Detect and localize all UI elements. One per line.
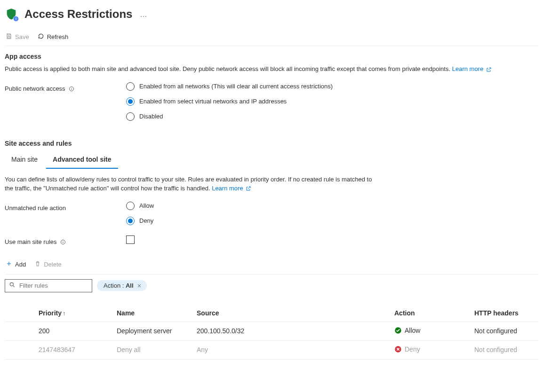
- svg-point-4: [10, 282, 13, 286]
- sort-asc-icon: ↑: [63, 310, 65, 317]
- save-icon: [6, 33, 12, 41]
- refresh-icon: [38, 33, 44, 41]
- app-access-desc: Public access is applied to both main si…: [5, 65, 538, 74]
- page-title: Access Restrictions: [24, 8, 132, 21]
- col-source[interactable]: Source: [193, 305, 391, 322]
- plus-icon: [6, 260, 12, 268]
- use-main-site-rules-label: Use main site rules: [5, 235, 126, 245]
- search-icon: [9, 282, 16, 290]
- col-gutter: [5, 305, 35, 322]
- public-network-access-label: Public network access: [5, 82, 126, 92]
- action-filter-pill[interactable]: Action : All: [97, 280, 147, 291]
- cell-action: Allow: [391, 321, 471, 340]
- use-main-site-rules-row: Use main site rules: [5, 235, 538, 245]
- learn-more-link[interactable]: Learn more: [212, 185, 251, 192]
- radio-unmatched-deny[interactable]: Deny: [126, 217, 154, 225]
- cell-priority: 2147483647: [35, 340, 113, 359]
- page-header: Access Restrictions …: [5, 5, 538, 28]
- info-icon[interactable]: [60, 239, 66, 245]
- learn-more-link[interactable]: Learn more: [452, 65, 492, 72]
- table-header-row: Priority↑ Name Source Action HTTP header…: [5, 305, 538, 322]
- table-row[interactable]: 2147483647 Deny all Any Deny Not configu…: [5, 340, 538, 359]
- radio-icon: [126, 97, 135, 106]
- col-name[interactable]: Name: [113, 305, 193, 322]
- cell-priority: 200: [35, 321, 113, 340]
- tab-main-site[interactable]: Main site: [5, 152, 44, 169]
- external-link-icon: [486, 67, 492, 72]
- site-access-desc: You can define lists of allow/deny rules…: [5, 175, 381, 193]
- shield-icon: [5, 8, 18, 21]
- radio-disabled[interactable]: Disabled: [126, 112, 333, 121]
- radio-unmatched-allow[interactable]: Allow: [126, 202, 154, 210]
- delete-label: Delete: [44, 261, 62, 268]
- radio-icon: [126, 112, 135, 121]
- radio-enabled-select-networks[interactable]: Enabled from select virtual networks and…: [126, 97, 333, 106]
- app-access-title: App access: [5, 53, 538, 60]
- unmatched-rule-row: Unmatched rule action Allow Deny: [5, 202, 538, 225]
- add-label: Add: [15, 261, 26, 268]
- trash-icon: [34, 260, 41, 268]
- use-main-site-rules-checkbox[interactable]: [126, 235, 135, 245]
- cell-name: Deployment server: [113, 321, 193, 340]
- col-action[interactable]: Action: [391, 305, 471, 322]
- radio-enabled-all-networks[interactable]: Enabled from all networks (This will cle…: [126, 82, 333, 91]
- filter-row: Action : All: [5, 274, 538, 295]
- radio-icon: [126, 202, 135, 210]
- refresh-button[interactable]: Refresh: [37, 31, 70, 43]
- tab-advanced-tool-site[interactable]: Advanced tool site: [46, 152, 118, 169]
- cell-action: Deny: [391, 340, 471, 359]
- deny-status-icon: [394, 345, 402, 353]
- refresh-label: Refresh: [47, 33, 69, 40]
- col-http[interactable]: HTTP headers: [471, 305, 538, 322]
- allow-status-icon: [394, 327, 402, 334]
- site-access-title: Site access and rules: [5, 140, 538, 147]
- app-access-section: App access Public access is applied to b…: [5, 53, 538, 121]
- radio-icon: [126, 82, 135, 91]
- delete-rule-button[interactable]: Delete: [33, 259, 63, 270]
- cell-source: 200.100.50.0/32: [193, 321, 391, 340]
- cell-name: Deny all: [113, 340, 193, 359]
- add-rule-button[interactable]: Add: [5, 259, 27, 270]
- checkbox-icon: [126, 235, 135, 244]
- col-priority[interactable]: Priority↑: [35, 305, 113, 322]
- unmatched-rule-label: Unmatched rule action: [5, 202, 126, 212]
- more-button[interactable]: …: [139, 10, 148, 18]
- rules-table: Priority↑ Name Source Action HTTP header…: [5, 305, 538, 360]
- public-network-access-radio-group: Enabled from all networks (This will cle…: [126, 82, 333, 121]
- globe-badge-icon: [13, 16, 19, 22]
- svg-rect-1: [8, 37, 10, 39]
- info-icon[interactable]: [69, 86, 74, 92]
- filter-rules-input[interactable]: [5, 279, 92, 292]
- cell-http: Not configured: [471, 321, 538, 340]
- site-access-tabs: Main site Advanced tool site: [5, 152, 538, 169]
- site-access-section: Site access and rules Main site Advanced…: [5, 140, 538, 360]
- external-link-icon: [246, 186, 251, 191]
- save-label: Save: [15, 33, 29, 40]
- radio-icon: [126, 217, 135, 225]
- public-network-access-row: Public network access Enabled from all n…: [5, 82, 538, 121]
- filter-rules-field[interactable]: [19, 282, 98, 289]
- pill-label: Action : All: [104, 282, 134, 289]
- unmatched-rule-radio-group: Allow Deny: [126, 202, 154, 225]
- command-bar: Save Refresh: [5, 28, 538, 46]
- cell-source: Any: [193, 340, 391, 359]
- cell-http: Not configured: [471, 340, 538, 359]
- close-icon[interactable]: [136, 283, 142, 289]
- save-button[interactable]: Save: [5, 31, 30, 43]
- table-row[interactable]: 200 Deployment server 200.100.50.0/32 Al…: [5, 321, 538, 340]
- rules-command-bar: Add Delete: [5, 255, 538, 274]
